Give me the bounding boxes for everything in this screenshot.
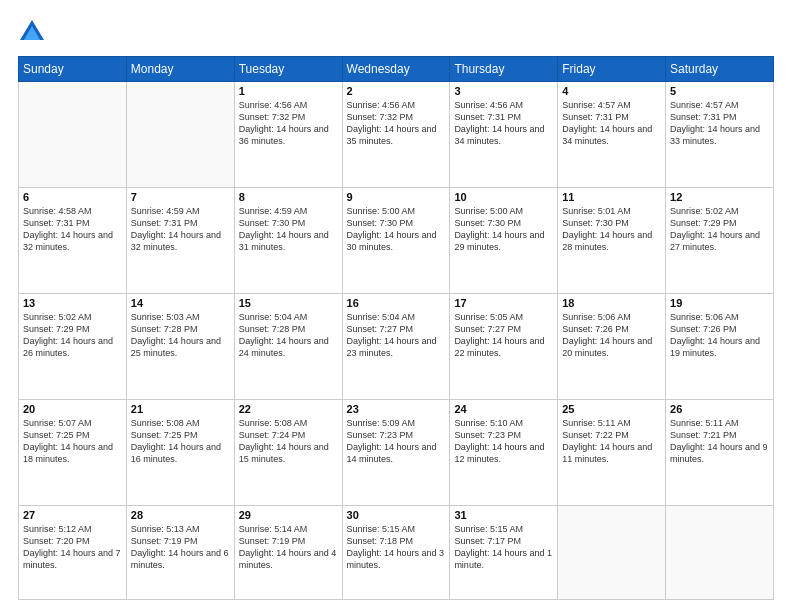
calendar-cell: 28Sunrise: 5:13 AMSunset: 7:19 PMDayligh… — [126, 506, 234, 600]
calendar-body: 1Sunrise: 4:56 AMSunset: 7:32 PMDaylight… — [19, 82, 774, 600]
calendar-cell: 10Sunrise: 5:00 AMSunset: 7:30 PMDayligh… — [450, 188, 558, 294]
day-number: 25 — [562, 403, 661, 415]
calendar-cell: 24Sunrise: 5:10 AMSunset: 7:23 PMDayligh… — [450, 400, 558, 506]
day-number: 20 — [23, 403, 122, 415]
day-number: 21 — [131, 403, 230, 415]
day-number: 24 — [454, 403, 553, 415]
day-detail: Sunrise: 5:01 AMSunset: 7:30 PMDaylight:… — [562, 205, 661, 254]
weekday-header-saturday: Saturday — [666, 57, 774, 82]
calendar-cell: 1Sunrise: 4:56 AMSunset: 7:32 PMDaylight… — [234, 82, 342, 188]
day-number: 19 — [670, 297, 769, 309]
calendar-cell: 30Sunrise: 5:15 AMSunset: 7:18 PMDayligh… — [342, 506, 450, 600]
header — [18, 18, 774, 46]
day-detail: Sunrise: 5:03 AMSunset: 7:28 PMDaylight:… — [131, 311, 230, 360]
weekday-header-sunday: Sunday — [19, 57, 127, 82]
day-number: 9 — [347, 191, 446, 203]
day-detail: Sunrise: 4:56 AMSunset: 7:32 PMDaylight:… — [347, 99, 446, 148]
day-detail: Sunrise: 5:02 AMSunset: 7:29 PMDaylight:… — [23, 311, 122, 360]
calendar-table: SundayMondayTuesdayWednesdayThursdayFrid… — [18, 56, 774, 600]
day-number: 30 — [347, 509, 446, 521]
day-number: 7 — [131, 191, 230, 203]
day-detail: Sunrise: 5:11 AMSunset: 7:21 PMDaylight:… — [670, 417, 769, 466]
logo-icon — [18, 18, 46, 46]
day-detail: Sunrise: 5:07 AMSunset: 7:25 PMDaylight:… — [23, 417, 122, 466]
calendar-cell: 5Sunrise: 4:57 AMSunset: 7:31 PMDaylight… — [666, 82, 774, 188]
calendar-cell: 29Sunrise: 5:14 AMSunset: 7:19 PMDayligh… — [234, 506, 342, 600]
day-detail: Sunrise: 5:15 AMSunset: 7:17 PMDaylight:… — [454, 523, 553, 572]
calendar-week-3: 13Sunrise: 5:02 AMSunset: 7:29 PMDayligh… — [19, 294, 774, 400]
calendar-cell: 8Sunrise: 4:59 AMSunset: 7:30 PMDaylight… — [234, 188, 342, 294]
day-number: 11 — [562, 191, 661, 203]
day-number: 18 — [562, 297, 661, 309]
calendar-cell: 22Sunrise: 5:08 AMSunset: 7:24 PMDayligh… — [234, 400, 342, 506]
weekday-header-wednesday: Wednesday — [342, 57, 450, 82]
day-detail: Sunrise: 5:11 AMSunset: 7:22 PMDaylight:… — [562, 417, 661, 466]
calendar-cell: 19Sunrise: 5:06 AMSunset: 7:26 PMDayligh… — [666, 294, 774, 400]
day-detail: Sunrise: 5:12 AMSunset: 7:20 PMDaylight:… — [23, 523, 122, 572]
logo — [18, 18, 50, 46]
weekday-header-thursday: Thursday — [450, 57, 558, 82]
calendar-cell: 12Sunrise: 5:02 AMSunset: 7:29 PMDayligh… — [666, 188, 774, 294]
calendar-cell: 25Sunrise: 5:11 AMSunset: 7:22 PMDayligh… — [558, 400, 666, 506]
day-detail: Sunrise: 5:04 AMSunset: 7:28 PMDaylight:… — [239, 311, 338, 360]
day-detail: Sunrise: 5:09 AMSunset: 7:23 PMDaylight:… — [347, 417, 446, 466]
day-number: 31 — [454, 509, 553, 521]
day-detail: Sunrise: 4:59 AMSunset: 7:31 PMDaylight:… — [131, 205, 230, 254]
day-detail: Sunrise: 5:00 AMSunset: 7:30 PMDaylight:… — [347, 205, 446, 254]
day-detail: Sunrise: 4:56 AMSunset: 7:31 PMDaylight:… — [454, 99, 553, 148]
calendar-cell: 21Sunrise: 5:08 AMSunset: 7:25 PMDayligh… — [126, 400, 234, 506]
calendar-cell: 4Sunrise: 4:57 AMSunset: 7:31 PMDaylight… — [558, 82, 666, 188]
day-detail: Sunrise: 5:00 AMSunset: 7:30 PMDaylight:… — [454, 205, 553, 254]
weekday-row: SundayMondayTuesdayWednesdayThursdayFrid… — [19, 57, 774, 82]
day-detail: Sunrise: 5:05 AMSunset: 7:27 PMDaylight:… — [454, 311, 553, 360]
calendar-cell: 2Sunrise: 4:56 AMSunset: 7:32 PMDaylight… — [342, 82, 450, 188]
day-detail: Sunrise: 4:57 AMSunset: 7:31 PMDaylight:… — [562, 99, 661, 148]
weekday-header-monday: Monday — [126, 57, 234, 82]
calendar-cell: 11Sunrise: 5:01 AMSunset: 7:30 PMDayligh… — [558, 188, 666, 294]
day-number: 1 — [239, 85, 338, 97]
calendar-cell — [558, 506, 666, 600]
day-detail: Sunrise: 5:08 AMSunset: 7:25 PMDaylight:… — [131, 417, 230, 466]
weekday-header-tuesday: Tuesday — [234, 57, 342, 82]
calendar-cell: 15Sunrise: 5:04 AMSunset: 7:28 PMDayligh… — [234, 294, 342, 400]
day-number: 29 — [239, 509, 338, 521]
calendar-cell — [19, 82, 127, 188]
day-number: 8 — [239, 191, 338, 203]
day-number: 16 — [347, 297, 446, 309]
calendar-cell: 13Sunrise: 5:02 AMSunset: 7:29 PMDayligh… — [19, 294, 127, 400]
calendar-cell: 17Sunrise: 5:05 AMSunset: 7:27 PMDayligh… — [450, 294, 558, 400]
day-number: 23 — [347, 403, 446, 415]
day-number: 17 — [454, 297, 553, 309]
calendar-header: SundayMondayTuesdayWednesdayThursdayFrid… — [19, 57, 774, 82]
day-detail: Sunrise: 4:58 AMSunset: 7:31 PMDaylight:… — [23, 205, 122, 254]
day-number: 14 — [131, 297, 230, 309]
day-number: 26 — [670, 403, 769, 415]
calendar-cell: 23Sunrise: 5:09 AMSunset: 7:23 PMDayligh… — [342, 400, 450, 506]
day-number: 12 — [670, 191, 769, 203]
day-detail: Sunrise: 5:10 AMSunset: 7:23 PMDaylight:… — [454, 417, 553, 466]
day-detail: Sunrise: 5:14 AMSunset: 7:19 PMDaylight:… — [239, 523, 338, 572]
calendar-cell: 6Sunrise: 4:58 AMSunset: 7:31 PMDaylight… — [19, 188, 127, 294]
weekday-header-friday: Friday — [558, 57, 666, 82]
day-number: 27 — [23, 509, 122, 521]
day-number: 4 — [562, 85, 661, 97]
calendar-cell: 27Sunrise: 5:12 AMSunset: 7:20 PMDayligh… — [19, 506, 127, 600]
calendar-cell: 14Sunrise: 5:03 AMSunset: 7:28 PMDayligh… — [126, 294, 234, 400]
calendar-week-4: 20Sunrise: 5:07 AMSunset: 7:25 PMDayligh… — [19, 400, 774, 506]
day-detail: Sunrise: 5:02 AMSunset: 7:29 PMDaylight:… — [670, 205, 769, 254]
page: SundayMondayTuesdayWednesdayThursdayFrid… — [0, 0, 792, 612]
calendar-cell: 26Sunrise: 5:11 AMSunset: 7:21 PMDayligh… — [666, 400, 774, 506]
calendar-week-2: 6Sunrise: 4:58 AMSunset: 7:31 PMDaylight… — [19, 188, 774, 294]
day-detail: Sunrise: 4:56 AMSunset: 7:32 PMDaylight:… — [239, 99, 338, 148]
day-number: 6 — [23, 191, 122, 203]
day-detail: Sunrise: 4:57 AMSunset: 7:31 PMDaylight:… — [670, 99, 769, 148]
calendar-cell: 18Sunrise: 5:06 AMSunset: 7:26 PMDayligh… — [558, 294, 666, 400]
calendar-cell: 3Sunrise: 4:56 AMSunset: 7:31 PMDaylight… — [450, 82, 558, 188]
day-detail: Sunrise: 5:13 AMSunset: 7:19 PMDaylight:… — [131, 523, 230, 572]
calendar-cell: 31Sunrise: 5:15 AMSunset: 7:17 PMDayligh… — [450, 506, 558, 600]
calendar-cell: 9Sunrise: 5:00 AMSunset: 7:30 PMDaylight… — [342, 188, 450, 294]
day-number: 15 — [239, 297, 338, 309]
calendar-cell — [666, 506, 774, 600]
day-number: 5 — [670, 85, 769, 97]
day-detail: Sunrise: 4:59 AMSunset: 7:30 PMDaylight:… — [239, 205, 338, 254]
